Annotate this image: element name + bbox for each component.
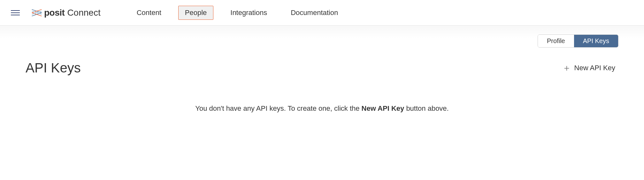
page-title: API Keys — [26, 60, 81, 76]
title-row: API Keys ＋ New API Key — [26, 60, 618, 76]
tab-api-keys[interactable]: API Keys — [574, 35, 618, 47]
nav-people[interactable]: People — [178, 6, 214, 20]
profile-tab-group: Profile API Keys — [538, 34, 618, 48]
hamburger-menu-icon[interactable] — [10, 9, 21, 17]
empty-prefix: You don't have any API keys. To create o… — [195, 104, 361, 112]
plus-icon: ＋ — [562, 64, 571, 72]
sub-header: Profile API Keys — [0, 26, 644, 48]
new-api-key-button[interactable]: ＋ New API Key — [559, 62, 618, 74]
empty-state-message: You don't have any API keys. To create o… — [26, 104, 618, 113]
brand-logo[interactable]: posit Connect — [31, 8, 101, 18]
content-area: API Keys ＋ New API Key You don't have an… — [0, 48, 644, 125]
brand-name-bold: posit — [44, 8, 65, 18]
main-nav: Content People Integrations Documentatio… — [130, 6, 345, 20]
brand-name-light: Connect — [67, 8, 100, 18]
main-header: posit Connect Content People Integration… — [0, 0, 644, 26]
empty-suffix: button above. — [404, 104, 448, 112]
new-api-key-label: New API Key — [574, 64, 615, 72]
posit-logo-icon — [31, 8, 42, 17]
nav-documentation[interactable]: Documentation — [284, 6, 345, 20]
tab-profile[interactable]: Profile — [538, 35, 574, 47]
empty-bold: New API Key — [362, 104, 404, 112]
nav-integrations[interactable]: Integrations — [224, 6, 274, 20]
nav-content[interactable]: Content — [130, 6, 168, 20]
